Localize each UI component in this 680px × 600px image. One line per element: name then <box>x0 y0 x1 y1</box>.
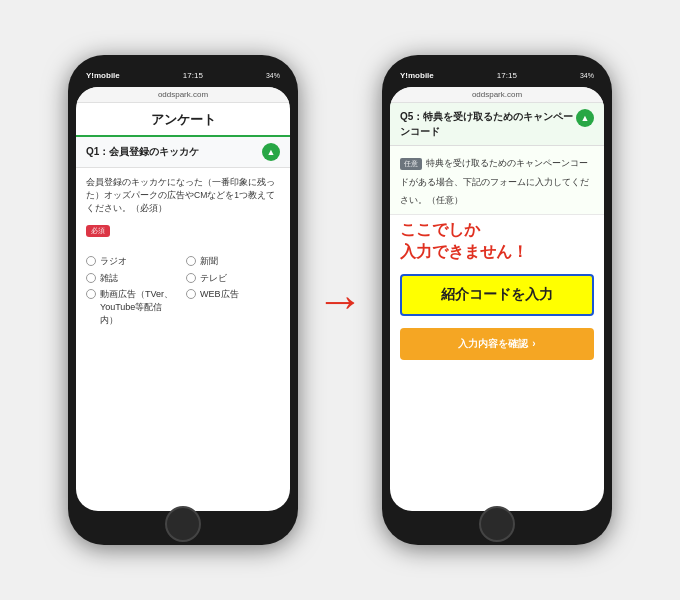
confirm-chevron-icon: › <box>532 338 535 349</box>
question-description: 会員登録のキッカケになった（一番印象に残った）オッズパークの広告やCMなどを1つ… <box>86 176 280 214</box>
collapse-icon[interactable]: ▲ <box>262 143 280 161</box>
option-newspaper[interactable]: 新聞 <box>186 255 280 268</box>
q5-collapse-icon[interactable]: ▲ <box>576 109 594 127</box>
left-address-bar: oddspark.com <box>76 87 290 103</box>
option-web-ad[interactable]: WEB広告 <box>186 288 280 326</box>
required-badge: 必須 <box>86 225 110 237</box>
option-radio[interactable]: ラジオ <box>86 255 180 268</box>
right-battery: 34% <box>580 72 594 79</box>
radio-button[interactable] <box>86 256 96 266</box>
q5-header: Q5：特典を受け取るためのキャンペーンコード ▲ <box>390 103 604 146</box>
confirm-button-label: 入力内容を確認 <box>458 337 528 351</box>
question-title: Q1：会員登録のキッカケ <box>86 145 199 159</box>
left-phone: Y!mobile 17:15 34% oddspark.com アンケート Q1… <box>68 55 298 545</box>
highlight-line1: ここでしか <box>400 219 594 241</box>
page-title: アンケート <box>76 103 290 137</box>
right-carrier: Y!mobile <box>400 71 434 80</box>
right-phone: Y!mobile 17:15 34% oddspark.com Q5：特典を受け… <box>382 55 612 545</box>
referral-code-input[interactable]: 紹介コードを入力 <box>400 274 594 316</box>
right-address-bar: oddspark.com <box>390 87 604 103</box>
input-box-area: 紹介コードを入力 <box>390 268 604 322</box>
left-carrier: Y!mobile <box>86 71 120 80</box>
right-home-area <box>390 515 604 533</box>
left-time: 17:15 <box>183 71 203 80</box>
option-label: 新聞 <box>200 255 218 268</box>
right-status-bar: Y!mobile 17:15 34% <box>390 67 604 87</box>
radio-button[interactable] <box>186 256 196 266</box>
left-battery: 34% <box>266 72 280 79</box>
highlight-text: ここでしか 入力できません！ <box>390 215 604 268</box>
left-status-bar: Y!mobile 17:15 34% <box>76 67 290 87</box>
right-time: 17:15 <box>497 71 517 80</box>
highlight-line2: 入力できません！ <box>400 241 594 263</box>
option-label: WEB広告 <box>200 288 239 301</box>
left-home-area <box>76 515 290 533</box>
q5-description: 特典を受け取るためのキャンペーンコードがある場合、下記のフォームに入力してくださ… <box>400 158 589 205</box>
arrow-icon: → <box>316 273 364 328</box>
optional-badge: 任意 <box>400 158 422 170</box>
option-tv[interactable]: テレビ <box>186 272 280 285</box>
q5-title: Q5：特典を受け取るためのキャンペーンコード <box>400 109 576 139</box>
option-video-ad[interactable]: 動画広告（TVer、YouTube等配信内） <box>86 288 180 326</box>
left-screen: oddspark.com アンケート Q1：会員登録のキッカケ ▲ 会員登録のキ… <box>76 87 290 511</box>
radio-button[interactable] <box>86 273 96 283</box>
right-screen: oddspark.com Q5：特典を受け取るためのキャンペーンコード ▲ 任意… <box>390 87 604 511</box>
radio-button[interactable] <box>86 289 96 299</box>
right-screen-content: Q5：特典を受け取るためのキャンペーンコード ▲ 任意特典を受け取るためのキャン… <box>390 103 604 511</box>
option-label: 雑誌 <box>100 272 118 285</box>
option-label: 動画広告（TVer、YouTube等配信内） <box>100 288 180 326</box>
home-button-right[interactable] <box>479 506 515 542</box>
option-label: テレビ <box>200 272 227 285</box>
question-body: 会員登録のキッカケになった（一番印象に残った）オッズパークの広告やCMなどを1つ… <box>76 168 290 251</box>
confirm-button[interactable]: 入力内容を確認 › <box>400 328 594 360</box>
q5-desc-area: 任意特典を受け取るためのキャンペーンコードがある場合、下記のフォームに入力してく… <box>390 146 604 215</box>
home-button[interactable] <box>165 506 201 542</box>
option-label: ラジオ <box>100 255 127 268</box>
option-magazine[interactable]: 雑誌 <box>86 272 180 285</box>
options-grid: ラジオ 新聞 雑誌 テレビ <box>76 251 290 330</box>
left-screen-content: アンケート Q1：会員登録のキッカケ ▲ 会員登録のキッカケになった（一番印象に… <box>76 103 290 511</box>
radio-button[interactable] <box>186 289 196 299</box>
radio-button[interactable] <box>186 273 196 283</box>
question-header: Q1：会員登録のキッカケ ▲ <box>76 137 290 168</box>
